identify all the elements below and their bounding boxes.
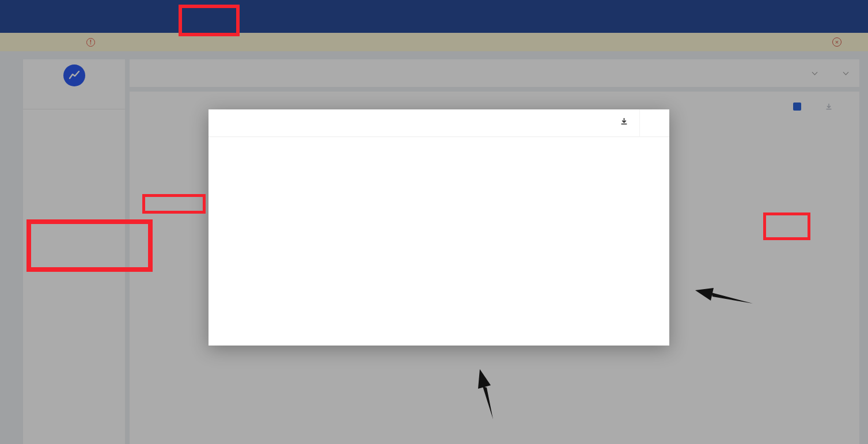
- screen: ! ×: [0, 0, 868, 444]
- trend-line-chart: [209, 173, 669, 346]
- modal-download-button[interactable]: [618, 117, 628, 125]
- download-icon: [620, 117, 628, 125]
- modal-close-icon[interactable]: [639, 109, 669, 137]
- modal-header: [209, 109, 669, 137]
- trend-modal: [209, 109, 669, 346]
